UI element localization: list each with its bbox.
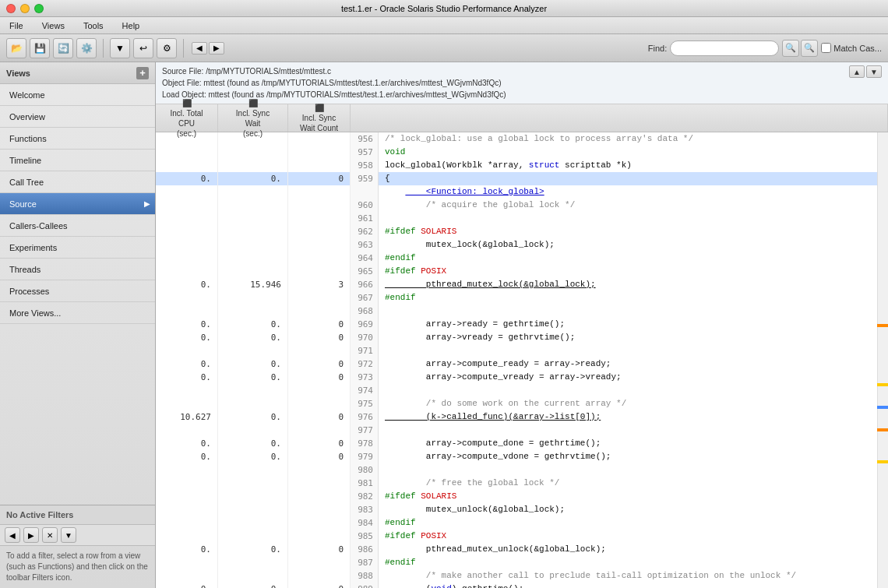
metric-sync-wait [218,463,288,477]
source-line: (k->called_func)(&array->list[0]); [379,410,601,424]
menu-help[interactable]: Help [119,19,143,32]
source-line: array->compute_ready = array->ready; [379,357,611,371]
table-row[interactable]: 964#endif [156,252,877,265]
table-row[interactable]: 967#endif [156,291,877,305]
settings-button[interactable]: ⚙ [157,38,177,58]
sidebar-item-threads[interactable]: Threads [0,259,155,280]
table-row[interactable]: 10.6270.0976 (k->called_func)(&array->li… [156,410,877,424]
table-row[interactable]: 0.0.0979 array->compute_vdone = gethrvti… [156,450,877,463]
sidebar-item-call-tree[interactable]: Call Tree [0,171,155,193]
refresh-button[interactable]: 🔄 [53,38,73,58]
metric-sync-wait [218,384,288,397]
sidebar-item-more-views---[interactable]: More Views... [0,302,155,324]
table-row[interactable]: 974 [156,384,877,397]
metric-sync-wait [218,344,288,357]
table-row[interactable]: 0.15.9463966 pthread_mutex_lock(&global_… [156,278,877,291]
source-line: #ifdef POSIX [379,530,446,543]
table-row[interactable]: 0.0.0970 array->vready = gethrvtime(); [156,331,877,344]
source-line: #endif [379,291,416,305]
metric-cpu: 10.627 [156,410,218,424]
match-case-checkbox[interactable] [821,43,831,53]
table-row[interactable]: 956/* lock_global: use a global lock to … [156,132,877,146]
menu-views[interactable]: Views [39,19,68,32]
nav-next[interactable]: ▶ [209,42,224,55]
table-row[interactable]: 983 mutex_unlock(&global_lock); [156,503,877,516]
metric-sync-wait: 0. [218,371,288,384]
sidebar-item-source[interactable]: Source [0,193,155,215]
column-headers: ⬛ Incl. Total CPU (sec.) ⬛ Incl. Sync Wa… [156,104,888,132]
filter-icon-btn[interactable]: ▼ [61,527,76,543]
metric-sync-count [288,463,351,477]
menu-tools[interactable]: Tools [80,19,107,32]
table-row[interactable]: 977 [156,424,877,437]
table-row[interactable]: 987#endif [156,556,877,569]
table-row[interactable]: 0.0.0972 array->compute_ready = array->r… [156,357,877,371]
toolbar-sep1 [103,39,104,58]
find-prev-btn[interactable]: 🔍 [782,40,799,57]
sidebar-item-experiments[interactable]: Experiments [0,237,155,259]
sidebar-item-overview[interactable]: Overview [0,106,155,128]
table-row[interactable]: <Function: lock_global> [156,185,877,199]
table-row[interactable]: 984#endif [156,516,877,530]
table-row[interactable]: 965#ifdef POSIX [156,265,877,278]
add-view-button[interactable]: + [136,67,149,79]
open-button[interactable]: 📂 [6,38,26,58]
menu-file[interactable]: File [6,19,26,32]
sidebar-item-processes[interactable]: Processes [0,280,155,302]
minimize-button[interactable] [20,4,30,13]
back-button[interactable]: ↩ [133,38,153,58]
table-row[interactable]: 0.0.0973 array->compute_vready = array->… [156,371,877,384]
code-lines-container: 956/* lock_global: use a global lock to … [156,132,877,588]
source-nav-up[interactable]: ▲ [849,65,865,78]
table-row[interactable]: 958lock_global(Workblk *array, struct sc… [156,159,877,172]
save-button[interactable]: 💾 [30,38,50,58]
sidebar-item-welcome[interactable]: Welcome [0,84,155,106]
table-row[interactable]: 957void [156,146,877,159]
table-row[interactable]: 963 mutex_lock(&global_lock); [156,238,877,252]
table-row[interactable]: 960 /* acquire the global lock */ [156,199,877,212]
table-row[interactable]: 0.0.0969 array->ready = gethrtime(); [156,318,877,331]
table-row[interactable]: 971 [156,344,877,357]
source-line: void [379,146,405,159]
sidebar-item-timeline[interactable]: Timeline [0,150,155,171]
source-nav-down[interactable]: ▼ [866,65,882,78]
table-row[interactable]: 0.0.0978 array->compute_done = gethrtime… [156,437,877,450]
filter-fwd-btn[interactable]: ▶ [23,527,39,543]
source-line: lock_global(Workblk *array, struct scrip… [379,159,632,172]
metric-sync-count: 0 [288,318,351,331]
metric-sync-wait [218,490,288,503]
nav-prev[interactable]: ◀ [192,42,207,55]
metric-sync-wait: 0. [218,410,288,424]
line-number: 969 [351,318,379,331]
sidebar-item-callers-callees[interactable]: Callers-Callees [0,215,155,237]
source-line [379,305,385,318]
table-row[interactable]: 961 [156,212,877,225]
table-row[interactable]: 0.0.0986 pthread_mutex_unlock(&global_lo… [156,543,877,556]
table-row[interactable]: 0.0.0989 (void) gethrtime(); [156,583,877,588]
filter-clear-btn[interactable]: ✕ [42,527,58,543]
metric-sync-wait [218,159,288,172]
table-row[interactable]: 982#ifdef SOLARIS [156,490,877,503]
table-row[interactable]: 988 /* make another call to preclude tai… [156,569,877,583]
table-row[interactable]: 981 /* free the global lock */ [156,477,877,490]
table-row[interactable]: 962#ifdef SOLARIS [156,225,877,238]
table-row[interactable]: 980 [156,463,877,477]
source-panel[interactable]: 956/* lock_global: use a global lock to … [156,132,877,588]
filter-back-btn[interactable]: ◀ [5,527,20,543]
metric-cpu [156,252,218,265]
source-line: #endif [379,516,416,530]
table-row[interactable]: 975 /* do some work on the current array… [156,397,877,410]
maximize-button[interactable] [34,4,44,13]
table-row[interactable]: 968 [156,305,877,318]
close-button[interactable] [6,4,16,13]
metric-sync-count: 0 [288,543,351,556]
find-input[interactable] [670,40,779,56]
col-header-cpu: ⬛ Incl. Total CPU (sec.) [156,104,218,132]
find-next-btn[interactable]: 🔍 [801,40,818,57]
table-row[interactable]: 985#ifdef POSIX [156,530,877,543]
margin-indicator-yellow [877,383,888,386]
filter-button[interactable]: ▼ [110,38,130,58]
table-row[interactable]: 0.0.0959{ [156,172,877,185]
sidebar-item-functions[interactable]: Functions [0,128,155,150]
config-button[interactable]: ⚙️ [76,38,97,58]
